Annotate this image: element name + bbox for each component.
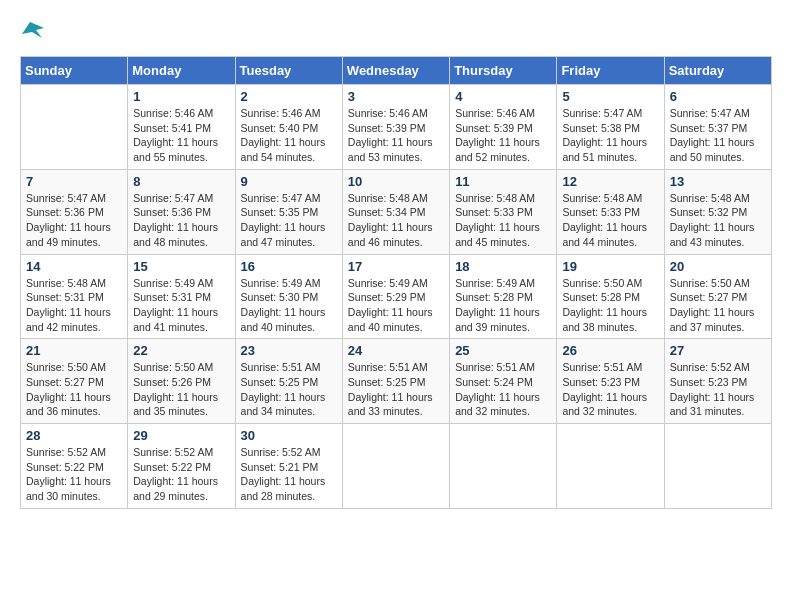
calendar-cell: 4Sunrise: 5:46 AMSunset: 5:39 PMDaylight…: [450, 85, 557, 170]
day-number: 6: [670, 89, 766, 104]
day-detail: Sunrise: 5:51 AMSunset: 5:24 PMDaylight:…: [455, 360, 551, 419]
column-header-tuesday: Tuesday: [235, 57, 342, 85]
calendar-header: SundayMondayTuesdayWednesdayThursdayFrid…: [21, 57, 772, 85]
day-number: 22: [133, 343, 229, 358]
day-number: 24: [348, 343, 444, 358]
column-header-sunday: Sunday: [21, 57, 128, 85]
day-detail: Sunrise: 5:49 AMSunset: 5:30 PMDaylight:…: [241, 276, 337, 335]
calendar-cell: 22Sunrise: 5:50 AMSunset: 5:26 PMDayligh…: [128, 339, 235, 424]
day-number: 29: [133, 428, 229, 443]
calendar-cell: 24Sunrise: 5:51 AMSunset: 5:25 PMDayligh…: [342, 339, 449, 424]
day-number: 13: [670, 174, 766, 189]
day-number: 21: [26, 343, 122, 358]
calendar-cell: 1Sunrise: 5:46 AMSunset: 5:41 PMDaylight…: [128, 85, 235, 170]
day-number: 4: [455, 89, 551, 104]
day-detail: Sunrise: 5:47 AMSunset: 5:37 PMDaylight:…: [670, 106, 766, 165]
calendar-cell: 6Sunrise: 5:47 AMSunset: 5:37 PMDaylight…: [664, 85, 771, 170]
day-detail: Sunrise: 5:50 AMSunset: 5:27 PMDaylight:…: [670, 276, 766, 335]
day-detail: Sunrise: 5:51 AMSunset: 5:25 PMDaylight:…: [348, 360, 444, 419]
week-row-4: 21Sunrise: 5:50 AMSunset: 5:27 PMDayligh…: [21, 339, 772, 424]
day-detail: Sunrise: 5:50 AMSunset: 5:27 PMDaylight:…: [26, 360, 122, 419]
day-detail: Sunrise: 5:48 AMSunset: 5:33 PMDaylight:…: [562, 191, 658, 250]
day-detail: Sunrise: 5:48 AMSunset: 5:32 PMDaylight:…: [670, 191, 766, 250]
calendar-cell: 23Sunrise: 5:51 AMSunset: 5:25 PMDayligh…: [235, 339, 342, 424]
calendar-cell: 7Sunrise: 5:47 AMSunset: 5:36 PMDaylight…: [21, 169, 128, 254]
day-detail: Sunrise: 5:50 AMSunset: 5:26 PMDaylight:…: [133, 360, 229, 419]
day-number: 30: [241, 428, 337, 443]
column-header-monday: Monday: [128, 57, 235, 85]
day-detail: Sunrise: 5:49 AMSunset: 5:29 PMDaylight:…: [348, 276, 444, 335]
calendar-cell: 16Sunrise: 5:49 AMSunset: 5:30 PMDayligh…: [235, 254, 342, 339]
day-number: 1: [133, 89, 229, 104]
calendar-cell: 2Sunrise: 5:46 AMSunset: 5:40 PMDaylight…: [235, 85, 342, 170]
day-number: 27: [670, 343, 766, 358]
day-detail: Sunrise: 5:50 AMSunset: 5:28 PMDaylight:…: [562, 276, 658, 335]
day-number: 14: [26, 259, 122, 274]
day-detail: Sunrise: 5:46 AMSunset: 5:41 PMDaylight:…: [133, 106, 229, 165]
day-detail: Sunrise: 5:46 AMSunset: 5:40 PMDaylight:…: [241, 106, 337, 165]
calendar-cell: 25Sunrise: 5:51 AMSunset: 5:24 PMDayligh…: [450, 339, 557, 424]
calendar-cell: 11Sunrise: 5:48 AMSunset: 5:33 PMDayligh…: [450, 169, 557, 254]
day-detail: Sunrise: 5:46 AMSunset: 5:39 PMDaylight:…: [455, 106, 551, 165]
column-header-wednesday: Wednesday: [342, 57, 449, 85]
day-detail: Sunrise: 5:52 AMSunset: 5:22 PMDaylight:…: [133, 445, 229, 504]
day-number: 10: [348, 174, 444, 189]
svg-marker-0: [22, 22, 44, 38]
week-row-5: 28Sunrise: 5:52 AMSunset: 5:22 PMDayligh…: [21, 424, 772, 509]
calendar-cell: 30Sunrise: 5:52 AMSunset: 5:21 PMDayligh…: [235, 424, 342, 509]
day-detail: Sunrise: 5:49 AMSunset: 5:31 PMDaylight:…: [133, 276, 229, 335]
calendar-cell: 5Sunrise: 5:47 AMSunset: 5:38 PMDaylight…: [557, 85, 664, 170]
day-detail: Sunrise: 5:47 AMSunset: 5:36 PMDaylight:…: [26, 191, 122, 250]
calendar-cell: 10Sunrise: 5:48 AMSunset: 5:34 PMDayligh…: [342, 169, 449, 254]
column-header-thursday: Thursday: [450, 57, 557, 85]
day-number: 3: [348, 89, 444, 104]
calendar-cell: [450, 424, 557, 509]
calendar-cell: [342, 424, 449, 509]
day-detail: Sunrise: 5:52 AMSunset: 5:21 PMDaylight:…: [241, 445, 337, 504]
day-number: 17: [348, 259, 444, 274]
day-detail: Sunrise: 5:52 AMSunset: 5:22 PMDaylight:…: [26, 445, 122, 504]
week-row-1: 1Sunrise: 5:46 AMSunset: 5:41 PMDaylight…: [21, 85, 772, 170]
day-detail: Sunrise: 5:48 AMSunset: 5:31 PMDaylight:…: [26, 276, 122, 335]
day-number: 25: [455, 343, 551, 358]
calendar-cell: 8Sunrise: 5:47 AMSunset: 5:36 PMDaylight…: [128, 169, 235, 254]
calendar-cell: 20Sunrise: 5:50 AMSunset: 5:27 PMDayligh…: [664, 254, 771, 339]
day-detail: Sunrise: 5:48 AMSunset: 5:34 PMDaylight:…: [348, 191, 444, 250]
day-number: 19: [562, 259, 658, 274]
calendar-cell: 14Sunrise: 5:48 AMSunset: 5:31 PMDayligh…: [21, 254, 128, 339]
day-number: 20: [670, 259, 766, 274]
day-number: 9: [241, 174, 337, 189]
calendar-cell: [557, 424, 664, 509]
calendar-cell: 28Sunrise: 5:52 AMSunset: 5:22 PMDayligh…: [21, 424, 128, 509]
day-number: 7: [26, 174, 122, 189]
day-detail: Sunrise: 5:47 AMSunset: 5:36 PMDaylight:…: [133, 191, 229, 250]
calendar-cell: 15Sunrise: 5:49 AMSunset: 5:31 PMDayligh…: [128, 254, 235, 339]
calendar-table: SundayMondayTuesdayWednesdayThursdayFrid…: [20, 56, 772, 509]
week-row-2: 7Sunrise: 5:47 AMSunset: 5:36 PMDaylight…: [21, 169, 772, 254]
column-header-friday: Friday: [557, 57, 664, 85]
day-detail: Sunrise: 5:52 AMSunset: 5:23 PMDaylight:…: [670, 360, 766, 419]
calendar-cell: 21Sunrise: 5:50 AMSunset: 5:27 PMDayligh…: [21, 339, 128, 424]
week-row-3: 14Sunrise: 5:48 AMSunset: 5:31 PMDayligh…: [21, 254, 772, 339]
calendar-cell: 19Sunrise: 5:50 AMSunset: 5:28 PMDayligh…: [557, 254, 664, 339]
header-row: SundayMondayTuesdayWednesdayThursdayFrid…: [21, 57, 772, 85]
day-detail: Sunrise: 5:49 AMSunset: 5:28 PMDaylight:…: [455, 276, 551, 335]
day-detail: Sunrise: 5:51 AMSunset: 5:23 PMDaylight:…: [562, 360, 658, 419]
day-detail: Sunrise: 5:48 AMSunset: 5:33 PMDaylight:…: [455, 191, 551, 250]
day-number: 8: [133, 174, 229, 189]
day-number: 18: [455, 259, 551, 274]
day-number: 11: [455, 174, 551, 189]
day-number: 12: [562, 174, 658, 189]
day-detail: Sunrise: 5:47 AMSunset: 5:38 PMDaylight:…: [562, 106, 658, 165]
day-number: 28: [26, 428, 122, 443]
day-detail: Sunrise: 5:51 AMSunset: 5:25 PMDaylight:…: [241, 360, 337, 419]
calendar-cell: 26Sunrise: 5:51 AMSunset: 5:23 PMDayligh…: [557, 339, 664, 424]
calendar-cell: 17Sunrise: 5:49 AMSunset: 5:29 PMDayligh…: [342, 254, 449, 339]
calendar-cell: 18Sunrise: 5:49 AMSunset: 5:28 PMDayligh…: [450, 254, 557, 339]
calendar-cell: [664, 424, 771, 509]
page-header: [20, 20, 772, 46]
column-header-saturday: Saturday: [664, 57, 771, 85]
calendar-cell: 13Sunrise: 5:48 AMSunset: 5:32 PMDayligh…: [664, 169, 771, 254]
calendar-body: 1Sunrise: 5:46 AMSunset: 5:41 PMDaylight…: [21, 85, 772, 509]
calendar-cell: 27Sunrise: 5:52 AMSunset: 5:23 PMDayligh…: [664, 339, 771, 424]
